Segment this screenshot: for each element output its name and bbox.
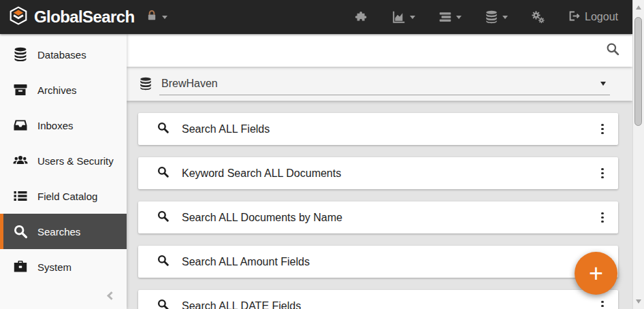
kebab-menu-icon[interactable] (594, 119, 611, 140)
database-icon (138, 76, 153, 91)
logout-label: Logout (585, 11, 618, 23)
scroll-down-arrow[interactable] (636, 299, 641, 304)
sidebar: Databases Archives Inboxes (0, 34, 127, 309)
lock-icon (145, 9, 159, 25)
search-icon (157, 165, 170, 181)
topbar-actions: Logout (354, 10, 632, 25)
chevron-left-icon (107, 291, 116, 300)
sidebar-item-inboxes[interactable]: Inboxes (0, 108, 127, 143)
reports-dropdown[interactable] (391, 10, 415, 25)
top-navbar: GlobalSearch (0, 0, 632, 34)
sidebar-collapse-button[interactable] (105, 290, 117, 302)
database-select[interactable]: BrewHaven (159, 73, 610, 95)
gears-icon (530, 10, 545, 25)
scrollbar-thumb[interactable] (634, 17, 642, 126)
chevron-down-icon (410, 16, 415, 19)
kebab-menu-icon[interactable] (594, 163, 611, 184)
search-card[interactable]: Search ALL Documents by Name (138, 201, 618, 233)
lock-dropdown[interactable] (145, 9, 167, 25)
database-selector-band: BrewHaven (127, 67, 632, 101)
sidebar-item-label: Inboxes (37, 120, 74, 131)
database-dropdown[interactable] (484, 10, 508, 25)
app-window: GlobalSearch (0, 0, 644, 309)
kebab-menu-icon[interactable] (594, 208, 611, 228)
puzzle-icon (354, 10, 369, 25)
sidebar-item-system[interactable]: System (0, 249, 127, 284)
sidebar-item-field-catalog[interactable]: Field Catalog (0, 178, 127, 214)
search-icon (157, 121, 170, 137)
sidebar-item-label: System (37, 261, 71, 273)
sidebar-item-archives[interactable]: Archives (0, 72, 127, 108)
inbox-icon (12, 117, 29, 133)
search-toolbar (127, 34, 632, 67)
logout-button[interactable]: Logout (568, 10, 618, 25)
chevron-down-icon (502, 16, 508, 19)
database-icon (12, 46, 29, 63)
scroll-up-arrow[interactable] (636, 5, 641, 10)
sidebar-item-label: Searches (37, 226, 80, 238)
search-card-label: Search ALL Documents by Name (182, 212, 581, 224)
main-content: BrewHaven Search ALL Fields (127, 34, 632, 309)
add-search-fab[interactable]: + (575, 252, 617, 295)
settings-button[interactable] (530, 10, 545, 25)
search-card-label: Search ALL DATE Fields (182, 300, 581, 309)
saved-searches-list: Search ALL Fields Keyword Search ALL Doc… (127, 101, 632, 309)
chevron-down-icon (456, 16, 462, 19)
sidebar-item-label: Archives (37, 84, 77, 96)
list-icon (438, 10, 453, 25)
archive-icon (12, 82, 29, 98)
sidebar-item-label: Field Catalog (37, 191, 97, 202)
search-icon (157, 254, 170, 270)
globalsearch-logo[interactable]: GlobalSearch (0, 6, 135, 28)
database-icon (484, 10, 499, 25)
globalsearch-cube-icon (9, 6, 28, 28)
kebab-menu-icon[interactable] (594, 296, 611, 309)
integrations-button[interactable] (354, 10, 369, 25)
search-card-label: Keyword Search ALL Documents (182, 167, 581, 180)
sidebar-item-label: Users & Security (37, 155, 114, 167)
sidebar-item-label: Databases (37, 49, 86, 61)
search-card-label: Search ALL Amount Fields (182, 256, 581, 268)
search-icon[interactable] (605, 42, 620, 59)
chevron-down-icon (162, 16, 167, 19)
caret-down-icon (600, 82, 606, 86)
search-card[interactable]: Search ALL Amount Fields (138, 246, 618, 278)
sidebar-item-searches[interactable]: Searches (0, 214, 127, 249)
field-catalog-icon (12, 188, 29, 204)
search-icon (12, 223, 29, 240)
search-icon (157, 210, 170, 225)
logout-icon (568, 10, 581, 25)
chart-icon (391, 10, 406, 25)
search-card-label: Search ALL Fields (182, 123, 581, 135)
search-card[interactable]: Search ALL DATE Fields (138, 290, 618, 309)
search-icon (157, 298, 170, 309)
search-card[interactable]: Keyword Search ALL Documents (138, 157, 618, 189)
briefcase-icon (12, 259, 29, 275)
app-title: GlobalSearch (34, 7, 135, 27)
plus-icon: + (589, 259, 603, 288)
users-icon (12, 152, 29, 169)
search-card[interactable]: Search ALL Fields (138, 113, 618, 145)
sidebar-item-databases[interactable]: Databases (0, 37, 127, 72)
sidebar-item-users-security[interactable]: Users & Security (0, 143, 127, 178)
lists-dropdown[interactable] (438, 10, 462, 25)
database-select-value: BrewHaven (161, 78, 218, 90)
vertical-scrollbar[interactable] (632, 0, 644, 309)
